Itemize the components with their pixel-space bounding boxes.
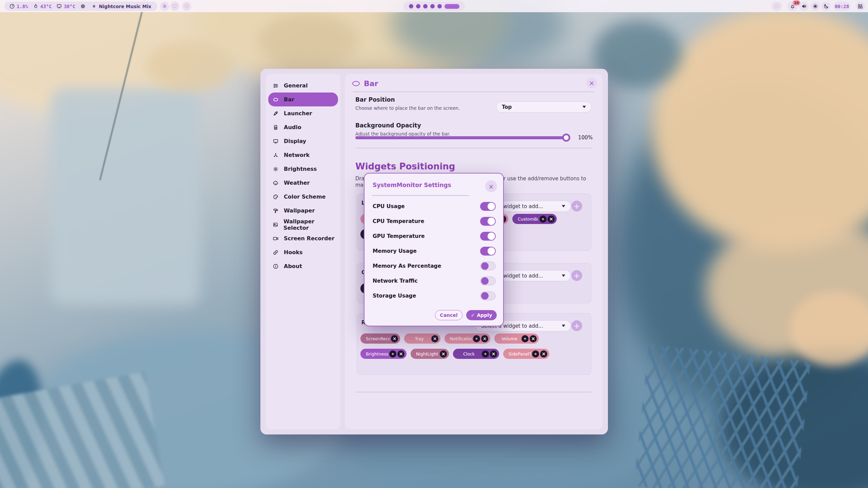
gear-icon[interactable]	[532, 350, 539, 358]
workspaces-island	[403, 2, 465, 11]
sidebar-item-weather[interactable]: Weather	[268, 176, 338, 190]
sidebar-item-label: Network	[284, 152, 310, 158]
toggle-row-memory-as-percentage: Memory As Percentage	[364, 259, 503, 273]
toggle-label: Memory Usage	[373, 248, 480, 254]
right-widgets-add-button[interactable]: +	[571, 320, 582, 331]
left-widgets-add-button[interactable]: +	[571, 201, 582, 211]
ghost-button[interactable]	[160, 2, 169, 11]
remove-icon[interactable]: ×	[490, 350, 497, 358]
workspace-dot-1[interactable]	[409, 4, 413, 8]
toggle-storage-usage[interactable]	[480, 291, 496, 300]
remove-icon[interactable]: ×	[540, 350, 547, 358]
gear-icon[interactable]	[539, 216, 547, 223]
widget-chip-label: Tray	[408, 336, 430, 341]
remove-icon[interactable]: ×	[391, 335, 398, 342]
toggle-memory-as-percentage[interactable]	[480, 262, 496, 270]
sidebar-item-general[interactable]: General	[268, 79, 338, 93]
bar-icon	[352, 81, 360, 86]
sidebar-item-label: Wallpaper	[284, 207, 315, 214]
gear-icon[interactable]	[389, 350, 396, 358]
sidebar-item-bar[interactable]: Bar	[268, 93, 338, 106]
panel-close-button[interactable]: ×	[586, 78, 597, 88]
widget-chip-custombutt[interactable]: CustomButt...×	[512, 214, 557, 224]
toggle-memory-usage[interactable]	[480, 247, 496, 256]
sidebar-item-about[interactable]: About	[268, 259, 338, 273]
widget-chip-nightlight[interactable]: NightLight×	[411, 349, 449, 359]
favorite-button-1[interactable]	[170, 2, 179, 11]
desktop: 1.8% 43°C 38°C 9.7G Nightcore Music Mix …	[0, 0, 868, 488]
toggle-row-memory-usage: Memory Usage	[364, 244, 503, 259]
sidebar-item-brightness[interactable]: Brightness	[268, 162, 338, 176]
sidebar-item-audio[interactable]: Audio	[268, 120, 338, 134]
widget-chip-brightness[interactable]: Brightness×	[360, 349, 407, 359]
system-monitor-settings-modal: SystemMonitor Settings × CPU UsageCPU Te…	[364, 173, 504, 326]
workspace-dot-2[interactable]	[416, 4, 420, 8]
monitor-icon	[273, 138, 279, 144]
brightness-button[interactable]	[810, 2, 820, 11]
toggle-network-traffic[interactable]	[480, 277, 496, 285]
clock-island[interactable]: 00:28	[833, 2, 850, 11]
monitor-icon	[56, 3, 62, 9]
network-icon	[273, 152, 279, 158]
sidebar-item-wallpaper-selector[interactable]: Wallpaper Selector	[268, 218, 338, 231]
widget-chip-clock[interactable]: Clock×	[453, 349, 499, 359]
cpu-usage-value: 1.8%	[17, 4, 28, 9]
notifications-button[interactable]: 10	[787, 2, 797, 11]
center-widgets-add-button[interactable]: +	[571, 270, 582, 281]
night-light-button[interactable]	[821, 2, 831, 11]
widget-chip-sidepanelt[interactable]: SidePanelT...×	[503, 349, 549, 359]
toggle-cpu-temperature[interactable]	[480, 217, 496, 226]
workspace-dot-3[interactable]	[423, 4, 428, 8]
cancel-button[interactable]: Cancel	[435, 310, 462, 320]
dashboard-button[interactable]	[856, 2, 865, 11]
sidebar-item-screen-recorder[interactable]: Screen Recorder	[268, 231, 338, 245]
remove-icon[interactable]: ×	[440, 350, 447, 358]
widget-chip-label: SidePanelT...	[507, 351, 531, 357]
sidebar-nav: GeneralBarLauncherAudioDisplayNetworkBri…	[266, 79, 340, 273]
favorite-button-2[interactable]	[182, 2, 191, 11]
widget-chip-notification[interactable]: Notification...×	[445, 333, 490, 344]
cpu-temp-value: 43°C	[40, 4, 52, 9]
check-icon: ✓	[471, 312, 475, 318]
remove-icon[interactable]: ×	[548, 216, 555, 223]
sidebar-item-hooks[interactable]: Hooks	[268, 245, 338, 259]
gear-icon[interactable]	[482, 350, 489, 358]
background-opacity-slider[interactable]	[355, 136, 569, 139]
info-icon	[273, 263, 279, 269]
media-island[interactable]: Nightcore Music Mix 20...	[87, 2, 157, 11]
sun-icon	[273, 166, 279, 172]
volume-button[interactable]	[799, 2, 809, 11]
toggle-row-cpu-usage: CPU Usage	[364, 199, 503, 214]
remove-icon[interactable]: ×	[530, 335, 537, 342]
remove-icon[interactable]: ×	[481, 335, 488, 342]
background-opacity-label: Background Opacity	[355, 122, 421, 129]
weather-button[interactable]	[772, 2, 782, 11]
widget-chip-volume[interactable]: Volume×	[494, 333, 539, 344]
gear-icon[interactable]	[521, 335, 529, 342]
bar-position-description: Choose where to place the bar on the scr…	[355, 105, 460, 111]
workspace-active[interactable]	[445, 4, 459, 9]
sidebar-item-color-scheme[interactable]: Color Scheme	[268, 190, 338, 204]
sidebar-item-network[interactable]: Network	[268, 148, 338, 162]
modal-close-button[interactable]: ×	[485, 180, 497, 192]
sidebar-item-label: Screen Recorder	[284, 235, 334, 242]
modal-title: SystemMonitor Settings	[373, 182, 451, 188]
slider-knob[interactable]	[562, 134, 570, 142]
workspace-dot-5[interactable]	[437, 4, 442, 8]
remove-icon[interactable]: ×	[431, 335, 438, 342]
widget-chip-screenreco[interactable]: ScreenReco...×	[360, 333, 400, 344]
chevron-down-icon	[583, 106, 586, 108]
sidebar-item-display[interactable]: Display	[268, 134, 338, 148]
gear-icon[interactable]	[473, 335, 480, 342]
sidebar-item-launcher[interactable]: Launcher	[268, 106, 338, 120]
remove-icon[interactable]: ×	[397, 350, 405, 358]
toggle-cpu-usage[interactable]	[480, 202, 496, 211]
widget-chip-tray[interactable]: Tray×	[404, 333, 440, 344]
workspace-dot-4[interactable]	[430, 4, 435, 8]
toggle-gpu-temperature[interactable]	[480, 232, 496, 241]
sidebar-item-wallpaper[interactable]: Wallpaper	[268, 204, 338, 218]
toggle-label: Network Traffic	[373, 278, 480, 284]
toggle-row-cpu-temperature: CPU Temperature	[364, 214, 503, 229]
apply-button[interactable]: ✓ Apply	[466, 310, 497, 320]
bar-position-select[interactable]: Top	[496, 101, 592, 113]
